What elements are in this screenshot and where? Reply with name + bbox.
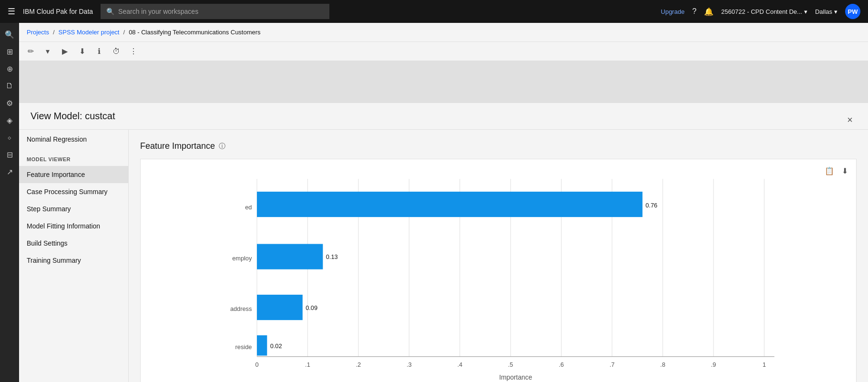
bar-reside [257,335,267,356]
svg-text:employ: employ [232,255,252,262]
search-container: 🔍 [101,4,329,19]
svg-text:.7: .7 [610,361,615,368]
svg-text:.8: .8 [660,361,665,368]
bar-ed [257,192,643,217]
search-icon: 🔍 [106,8,114,15]
breadcrumb-current: 08 - Classifying Telecommunications Cust… [129,29,260,36]
nav-item-feature-importance[interactable]: Feature Importance [19,166,128,183]
chart-title: Feature Importance [140,141,215,151]
nav-item-build-settings[interactable]: Build Settings [19,235,128,252]
model-type-label: Nominal Regression [19,130,128,149]
notifications-icon[interactable]: 🔔 [704,7,714,16]
workspace-chevron-icon: ▾ [804,8,807,15]
svg-text:.3: .3 [407,361,412,368]
toolbar-history-icon[interactable]: ⏱ [109,44,124,59]
svg-text:ed: ed [245,204,252,211]
app-brand: IBM Cloud Pak for Data [23,8,93,15]
chart-title-row: Feature Importance ⓘ [140,141,857,151]
chart-info-icon[interactable]: ⓘ [219,142,225,151]
modal-body: Nominal Regression MODEL VIEWER Feature … [19,130,868,382]
hamburger-menu[interactable]: ☰ [8,6,15,17]
top-navigation: ☰ IBM Cloud Pak for Data 🔍 Upgrade ? 🔔 2… [0,0,868,23]
toolbar: ✏ ▾ ▶ ⬇ ℹ ⏱ ⋮ [19,42,868,61]
left-sidebar: 🔍 ⊞ ⊕ 🗋 ⚙ ◈ ⬦ ⊟ ↗ [0,23,19,382]
sidebar-item-layers[interactable]: ⊕ [2,61,17,76]
avatar[interactable]: PW [845,4,860,19]
modal-close-button[interactable]: × [843,111,857,129]
model-viewer-label: MODEL VIEWER [19,149,128,166]
workspace-selector[interactable]: 2560722 - CPD Content De... ▾ [721,8,807,15]
view-model-modal: View Model: custcat × Nominal Regression… [19,103,868,382]
model-panel: Nominal Regression MODEL VIEWER Feature … [19,130,129,382]
sidebar-item-tag[interactable]: ⬦ [2,130,17,145]
svg-text:.1: .1 [305,361,310,368]
location-chevron-icon: ▾ [834,8,837,15]
breadcrumb: Projects / SPSS Modeler project / 08 - C… [0,23,868,42]
svg-text:Importance: Importance [499,373,532,381]
svg-text:address: address [230,305,252,312]
chart-download-button[interactable]: ⬇ [838,164,851,177]
svg-text:0.09: 0.09 [306,304,317,311]
svg-text:.6: .6 [559,361,564,368]
nav-item-model-fitting-information[interactable]: Model Fitting Information [19,217,128,235]
topnav-right: Upgrade ? 🔔 2560722 - CPD Content De... … [661,4,860,19]
sidebar-item-home[interactable]: ⊞ [2,44,17,59]
nav-item-training-summary[interactable]: Training Summary [19,252,128,269]
chart-area: Feature Importance ⓘ 📋 ⬇ [129,130,868,382]
svg-text:.9: .9 [711,361,716,368]
bar-address [257,295,303,320]
chart-container: 📋 ⬇ [140,159,857,382]
sidebar-item-file[interactable]: 🗋 [2,78,17,93]
location-selector[interactable]: Dallas ▾ [815,8,837,15]
location-label: Dallas [815,8,832,15]
toolbar-info-icon[interactable]: ℹ [92,44,107,59]
search-input[interactable] [118,8,324,15]
svg-text:1: 1 [763,361,766,368]
svg-text:0.13: 0.13 [326,253,338,260]
svg-text:0.02: 0.02 [270,342,282,350]
feature-importance-chart: 0 .1 .2 .3 .4 .5 .6 .7 .8 .9 1 Importanc… [169,169,842,382]
chart-copy-button[interactable]: 📋 [823,164,836,177]
sidebar-item-search[interactable]: 🔍 [2,27,17,42]
svg-text:reside: reside [235,343,252,351]
svg-text:0: 0 [255,361,258,368]
bar-employ [257,244,323,269]
upgrade-link[interactable]: Upgrade [661,8,684,15]
modal-title: View Model: custcat [31,111,115,129]
toolbar-chevron-down-icon[interactable]: ▾ [40,44,55,59]
toolbar-edit-icon[interactable]: ✏ [23,44,38,59]
sidebar-item-grid[interactable]: ⊟ [2,147,17,162]
svg-text:.5: .5 [508,361,513,368]
sidebar-item-marker[interactable]: ◈ [2,113,17,128]
svg-text:.4: .4 [457,361,462,368]
chart-toolbar: 📋 ⬇ [823,164,851,177]
toolbar-download-icon[interactable]: ⬇ [74,44,90,59]
modal-header: View Model: custcat × [19,103,868,130]
sidebar-item-export[interactable]: ↗ [2,164,17,179]
help-icon[interactable]: ? [692,7,696,16]
toolbar-run-icon[interactable]: ▶ [57,44,72,59]
svg-text:.2: .2 [356,361,361,368]
svg-text:0.76: 0.76 [645,202,657,209]
breadcrumb-sep-1: / [53,29,55,36]
breadcrumb-sep-2: / [123,29,125,36]
toolbar-more-icon[interactable]: ⋮ [126,44,141,59]
breadcrumb-projects[interactable]: Projects [27,29,49,36]
sidebar-item-tools[interactable]: ⚙ [2,95,17,111]
nav-item-case-processing-summary[interactable]: Case Processing Summary [19,183,128,200]
nav-item-step-summary[interactable]: Step Summary [19,200,128,217]
main-area: View Model: custcat × Nominal Regression… [19,103,868,382]
workspace-label: 2560722 - CPD Content De... [721,8,802,15]
breadcrumb-spss[interactable]: SPSS Modeler project [59,29,120,36]
